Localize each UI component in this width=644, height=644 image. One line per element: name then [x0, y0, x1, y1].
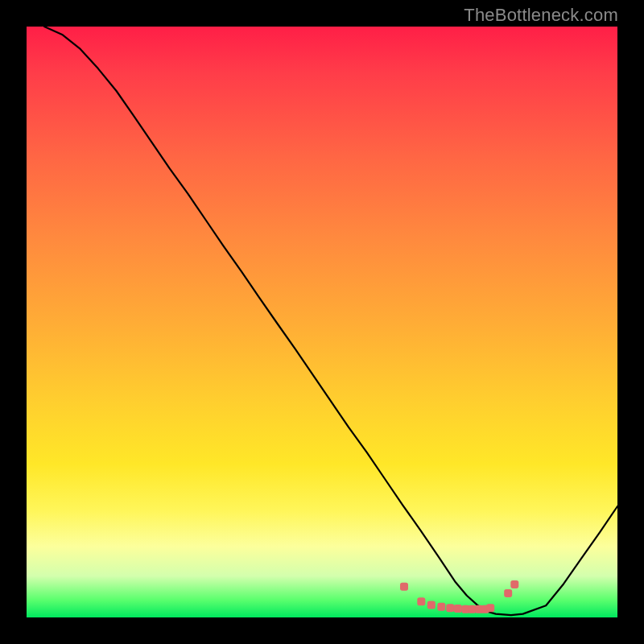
curve-marker: [427, 601, 436, 609]
curve-marker: [486, 604, 494, 612]
chart-stage: TheBottleneck.com: [0, 0, 644, 644]
curve-marker: [446, 604, 454, 612]
curve-marker: [417, 597, 425, 605]
bottleneck-curve: [44, 27, 617, 615]
curve-marker: [437, 603, 445, 611]
plot-area: [27, 27, 617, 617]
watermark-text: TheBottleneck.com: [464, 5, 618, 26]
curve-marker: [454, 605, 462, 613]
curve-marker: [504, 589, 512, 597]
curve-marker: [400, 583, 408, 591]
chart-svg: [27, 27, 617, 617]
curve-markers: [400, 580, 518, 613]
curve-marker: [510, 580, 518, 588]
curve-marker: [468, 605, 476, 613]
